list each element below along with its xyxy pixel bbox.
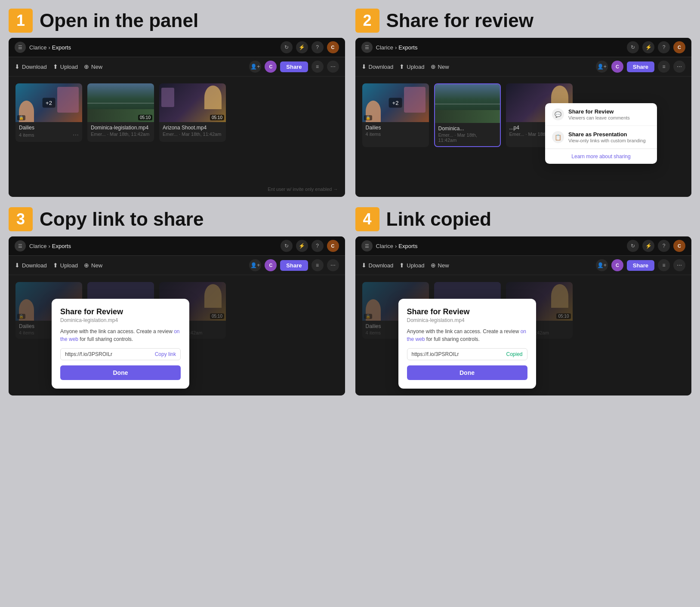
list-view-btn-3[interactable]: ≡ — [311, 259, 324, 271]
desc-text2-4: for full sharing controls. — [425, 336, 480, 342]
share-as-presentation-item[interactable]: 📋 Share as Presentation View-only links … — [545, 126, 657, 149]
more-btn-4[interactable]: ⋯ — [673, 259, 685, 271]
breadcrumb-clarice-3[interactable]: Clarice — [29, 243, 46, 249]
topbar-left-4: ☰ Clarice › Exports — [361, 240, 418, 251]
add-person-icon-1[interactable]: 👤+ — [249, 61, 261, 73]
plus-icon-3: ⊕ — [84, 262, 89, 269]
share-button-3[interactable]: Share — [280, 260, 308, 271]
breadcrumb-exports-1[interactable]: Exports — [52, 44, 71, 51]
lightning-btn-4[interactable]: ⚡ — [642, 240, 654, 252]
step-2-header: 2 Share for review — [355, 9, 692, 33]
list-view-btn-1[interactable]: ≡ — [311, 61, 324, 73]
new-btn-1[interactable]: ⊕ New — [84, 63, 102, 70]
learn-more-link[interactable]: Learn more about sharing — [545, 149, 657, 164]
menu-icon-2[interactable]: ☰ — [361, 42, 373, 53]
copy-link-btn-3[interactable]: Copy link — [155, 351, 176, 357]
share-button-1[interactable]: Share — [280, 61, 308, 72]
breadcrumb-clarice-4[interactable]: Clarice — [376, 243, 393, 249]
topbar-right-3: ↻ ⚡ ? C — [281, 240, 339, 252]
file-grid-1: +2 🔒 Dailies 4 items ⋯ — [15, 83, 338, 142]
share-dialog-filename-4: Dominica-legislation.mp4 — [407, 317, 527, 323]
step-title-2: Share for review — [386, 10, 533, 31]
refresh-btn-3[interactable]: ↻ — [281, 240, 293, 252]
app-window-4: ☰ Clarice › Exports ↻ ⚡ ? C ⬇ — [355, 236, 692, 395]
download-btn-3[interactable]: ⬇ Download — [15, 262, 47, 269]
thumb-road-1: 05:10 — [87, 83, 154, 122]
share-dropdown-2: 💬 Share for Review Viewers can leave com… — [545, 103, 657, 164]
content-area-3: 🔒 Dailies 4 items 05:10 — [9, 275, 345, 395]
download-label-4: Download — [369, 262, 394, 269]
road-line-1 — [87, 103, 154, 104]
file-meta-arizona-1: Emer... · Mar 18th, 11:42am — [163, 132, 222, 137]
download-btn-2[interactable]: ⬇ Download — [361, 63, 394, 70]
new-label-4: New — [438, 262, 449, 269]
breadcrumb-2: Clarice › Exports — [376, 44, 418, 51]
link-url-3: https://f.io/3PSROILr — [65, 351, 151, 357]
new-btn-4[interactable]: ⊕ New — [431, 262, 449, 269]
duration-badge-3: 05:10 — [210, 313, 224, 319]
breadcrumb-exports-2[interactable]: Exports — [398, 44, 417, 51]
new-btn-3[interactable]: ⊕ New — [84, 262, 102, 269]
refresh-btn-2[interactable]: ↻ — [627, 41, 639, 53]
thumb-dailies-2: +2 🔒 — [362, 83, 429, 122]
file-name-dailies-1: Dailies — [19, 125, 79, 131]
help-btn-3[interactable]: ? — [311, 240, 324, 252]
lightning-btn-3[interactable]: ⚡ — [296, 240, 308, 252]
lightning-btn-2[interactable]: ⚡ — [642, 41, 654, 53]
add-person-icon-2[interactable]: 👤+ — [596, 61, 608, 73]
download-btn-4[interactable]: ⬇ Download — [361, 262, 394, 269]
download-btn-1[interactable]: ⬇ Download — [15, 63, 47, 70]
new-btn-2[interactable]: ⊕ New — [431, 63, 449, 70]
topbar-right-1: ↻ ⚡ ? C — [281, 41, 339, 53]
refresh-btn-4[interactable]: ↻ — [627, 240, 639, 252]
lightning-btn-1[interactable]: ⚡ — [296, 41, 308, 53]
file-card-arizona-1[interactable]: 05:10 Arizona Shoot.mp4 Emer... · Mar 18… — [159, 83, 226, 142]
topbar-left-2: ☰ Clarice › Exports — [361, 42, 418, 53]
more-btn-1[interactable]: ⋯ — [327, 61, 339, 73]
share-for-review-item[interactable]: 💬 Share for Review Viewers can leave com… — [545, 103, 657, 126]
breadcrumb-exports-3[interactable]: Exports — [52, 243, 71, 249]
more-btn-3[interactable]: ⋯ — [327, 259, 339, 271]
step-1-header: 1 Open in the panel — [9, 9, 345, 33]
help-btn-1[interactable]: ? — [311, 41, 324, 53]
upload-btn-3[interactable]: ⬆ Upload — [53, 262, 78, 269]
upload-btn-1[interactable]: ⬆ Upload — [53, 63, 78, 70]
more-btn-dailies-1[interactable]: ⋯ — [73, 132, 79, 138]
file-card-road-1[interactable]: 05:10 Dominica-legislation.mp4 Emer... ·… — [87, 83, 154, 142]
top-bar-3: ☰ Clarice › Exports ↻ ⚡ ? C — [9, 236, 345, 256]
breadcrumb-exports-4[interactable]: Exports — [398, 243, 417, 249]
upload-btn-4[interactable]: ⬆ Upload — [399, 262, 424, 269]
file-card-road-2[interactable]: Dominica... Emer... · Mar 18th, 11:42am — [434, 83, 501, 147]
list-view-btn-2[interactable]: ≡ — [658, 61, 670, 73]
file-card-dailies-1[interactable]: +2 🔒 Dailies 4 items ⋯ — [15, 83, 82, 142]
menu-icon-3[interactable]: ☰ — [15, 240, 26, 251]
avatar-2: C — [673, 41, 685, 53]
add-person-icon-4[interactable]: 👤+ — [596, 259, 608, 271]
share-button-4[interactable]: Share — [627, 260, 654, 271]
plus-badge-2: +2 — [389, 98, 402, 108]
refresh-btn-1[interactable]: ↻ — [281, 41, 293, 53]
file-card-dailies-2[interactable]: +2 🔒 Dailies 4 items — [362, 83, 429, 147]
breadcrumb-clarice-1[interactable]: Clarice — [29, 44, 46, 51]
done-btn-3[interactable]: Done — [60, 365, 181, 380]
menu-icon-4[interactable]: ☰ — [361, 240, 373, 251]
breadcrumb-clarice-2[interactable]: Clarice — [376, 44, 393, 51]
list-view-btn-4[interactable]: ≡ — [658, 259, 670, 271]
avatar-3: C — [327, 240, 339, 252]
more-btn-2[interactable]: ⋯ — [673, 61, 685, 73]
share-for-review-title: Share for Review — [568, 108, 650, 115]
user-avatar-1: C — [265, 61, 277, 73]
help-btn-4[interactable]: ? — [658, 240, 670, 252]
menu-icon-1[interactable]: ☰ — [15, 42, 26, 53]
help-btn-2[interactable]: ? — [658, 41, 670, 53]
toolbar-right-1: 👤+ C Share ≡ ⋯ — [249, 61, 339, 73]
step-number-2: 2 — [355, 9, 379, 33]
done-btn-4[interactable]: Done — [407, 365, 527, 380]
upload-btn-2[interactable]: ⬆ Upload — [399, 63, 424, 70]
add-person-icon-3[interactable]: 👤+ — [249, 259, 261, 271]
file-meta-dailies-1: 4 items ⋯ — [19, 132, 79, 138]
link-row-4: https://f.io/3PSROILr Copied — [407, 348, 527, 360]
toolbar-3: ⬇ Download ⬆ Upload ⊕ New 👤+ C Share — [9, 256, 345, 275]
breadcrumb-sep-4: › — [395, 243, 397, 249]
share-button-2[interactable]: Share — [627, 61, 654, 72]
